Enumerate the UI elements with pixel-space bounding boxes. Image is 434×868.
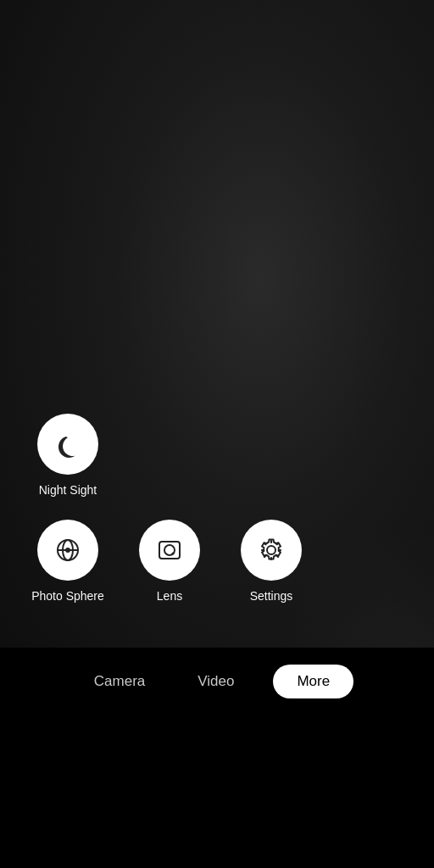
lens-icon-circle <box>139 520 200 581</box>
mode-row-2: Photo Sphere Lens <box>17 513 417 610</box>
settings-label: Settings <box>250 589 293 604</box>
svg-point-7 <box>267 546 275 554</box>
mode-row-1: Night Sight <box>17 407 417 504</box>
nav-camera[interactable]: Camera <box>81 666 159 697</box>
photo-sphere-icon-circle <box>37 520 98 581</box>
more-panel: Night Sight Photo Sphere <box>0 390 434 653</box>
gear-icon <box>256 535 287 565</box>
mode-item-lens[interactable]: Lens <box>119 513 220 610</box>
bottom-black-area <box>0 715 434 868</box>
bottom-nav: Camera Video More <box>0 648 434 715</box>
svg-point-3 <box>65 548 70 553</box>
settings-icon-circle <box>241 520 302 581</box>
nav-more[interactable]: More <box>273 665 353 698</box>
moon-icon <box>53 429 83 459</box>
mode-item-settings[interactable]: Settings <box>220 513 322 610</box>
nav-video[interactable]: Video <box>184 666 248 697</box>
mode-item-photo-sphere[interactable]: Photo Sphere <box>17 513 119 610</box>
mode-item-night-sight[interactable]: Night Sight <box>17 407 119 504</box>
photo-sphere-icon <box>53 535 83 565</box>
lens-label: Lens <box>157 589 182 604</box>
svg-point-6 <box>172 552 175 554</box>
night-sight-icon-circle <box>37 414 98 475</box>
night-sight-label: Night Sight <box>39 483 97 498</box>
photo-sphere-label: Photo Sphere <box>31 589 104 604</box>
lens-icon <box>154 535 185 565</box>
